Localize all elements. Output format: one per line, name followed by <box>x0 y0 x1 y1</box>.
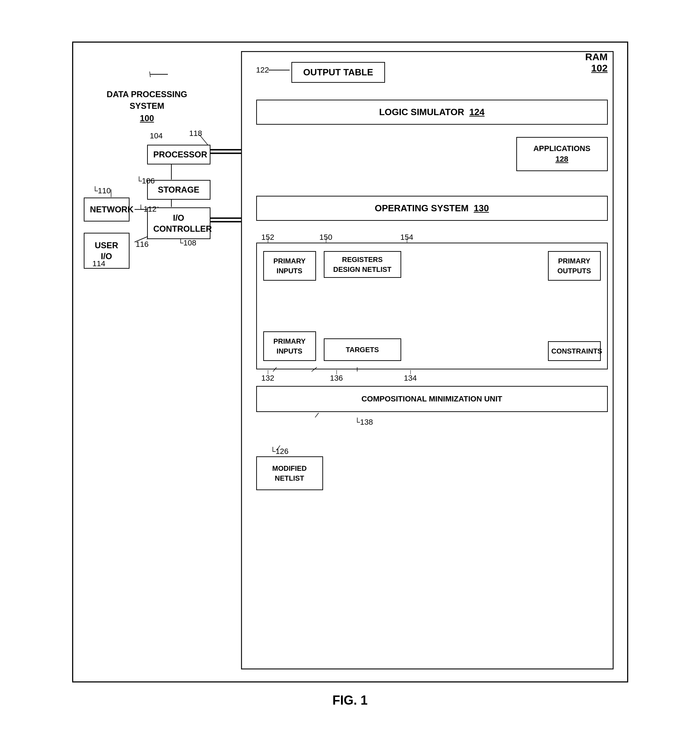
arrow-154 <box>407 237 407 243</box>
primary-outputs-box: PRIMARYOUTPUTS <box>548 251 601 281</box>
label-106: └106 <box>137 176 155 186</box>
svg-line-2 <box>149 72 150 77</box>
registers-box: REGISTERSDESIGN NETLIST <box>324 251 401 278</box>
comp-min-label: COMPOSITIONAL MINIMIZATION UNIT <box>361 394 502 403</box>
dps-text: DATA PROCESSINGSYSTEM <box>94 89 200 112</box>
label-104: 104 <box>150 131 163 141</box>
applications-num: 128 <box>524 154 600 165</box>
output-table-box: OUTPUT TABLE <box>291 62 385 83</box>
output-table-label: OUTPUT TABLE <box>303 67 374 78</box>
os-num: 130 <box>474 203 489 214</box>
label-122: 122 <box>256 66 269 75</box>
label-136: 136 <box>330 374 343 383</box>
comp-min-box: COMPOSITIONAL MINIMIZATION UNIT <box>256 386 608 412</box>
page-container: RAM 102 DATA PROCESSINGSYSTEM 100 PROCES… <box>51 26 649 723</box>
arrow-152 <box>268 237 268 243</box>
label-118: 118 <box>189 129 202 138</box>
arrow-132 <box>268 370 268 374</box>
targets-box: TARGETS <box>324 338 401 361</box>
fig-caption: FIG. 1 <box>332 693 368 708</box>
storage-label: STORAGE <box>158 185 199 194</box>
ram-num: 102 <box>585 63 608 74</box>
arrow-150 <box>326 237 326 243</box>
label-110: └110 <box>93 186 111 196</box>
dps-label: DATA PROCESSINGSYSTEM 100 <box>94 89 200 123</box>
primary-inputs-top-box: PRIMARYINPUTS <box>263 251 316 281</box>
os-label: OPERATING SYSTEM <box>375 203 474 214</box>
dps-num: 100 <box>94 113 200 123</box>
label-138: └138 <box>355 417 373 427</box>
label-126: └126 <box>270 447 288 456</box>
label-114: 114 <box>93 259 105 268</box>
label-112: └112 <box>138 205 157 214</box>
logic-simulator-num: 124 <box>469 107 484 118</box>
arrow-134 <box>410 370 411 374</box>
logic-simulator-box: LOGIC SIMULATOR 124 <box>256 100 608 125</box>
design-group-box: PRIMARYINPUTS REGISTERSDESIGN NETLIST PR… <box>256 243 608 369</box>
ram-text: RAM <box>585 51 608 63</box>
primary-inputs-bottom-box: PRIMARYINPUTS <box>263 332 316 361</box>
storage-box: STORAGE <box>147 180 210 200</box>
label-116: 116 <box>136 240 149 249</box>
processor-box: PROCESSOR <box>147 145 210 164</box>
network-box: NETWORK <box>84 197 130 222</box>
logic-simulator-label: LOGIC SIMULATOR <box>379 107 469 118</box>
applications-label: APPLICATIONS <box>524 143 600 154</box>
processor-label: PROCESSOR <box>154 150 207 159</box>
constraints-box: CONSTRAINTS <box>548 341 601 361</box>
svg-line-21 <box>315 413 319 417</box>
label-108: └108 <box>178 238 197 248</box>
ram-label-area: RAM 102 <box>585 51 608 74</box>
label-122-arrow <box>268 70 290 70</box>
label-134: 134 <box>404 374 417 383</box>
operating-system-box: OPERATING SYSTEM 130 <box>256 196 608 221</box>
network-label: NETWORK <box>90 205 134 214</box>
label-132: 132 <box>261 374 275 383</box>
outer-border: RAM 102 DATA PROCESSINGSYSTEM 100 PROCES… <box>72 41 628 682</box>
modified-netlist-box: MODIFIEDNETLIST <box>256 456 323 490</box>
applications-box: APPLICATIONS 128 <box>516 137 608 171</box>
user-io-box: USERI/O <box>84 233 130 269</box>
